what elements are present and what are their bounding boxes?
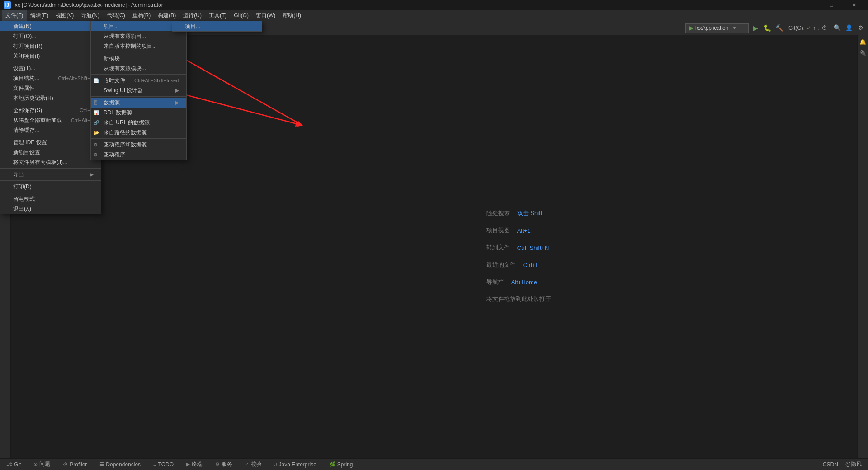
menu-git[interactable]: Git(G) [230, 10, 252, 21]
new-submenu-scratch[interactable]: 📄 临时文件 Ctrl+Alt+Shift+Insert [91, 75, 186, 85]
new-submenu-module-label: 新模块 [104, 55, 120, 62]
maximize-button[interactable]: □ [821, 0, 842, 10]
status-spring-label: Spring [337, 461, 353, 468]
hint-navbar-key: Alt+Home [511, 278, 537, 285]
file-menu-reload[interactable]: 从磁盘全部重新加载 Ctrl+Alt+Y [0, 115, 101, 125]
hint-goto-file-key: Ctrl+Shift+N [517, 244, 549, 251]
project-submenu-new[interactable]: 项目... [172, 21, 262, 31]
file-menu-save-all[interactable]: 全部保存(S) Ctrl+S [0, 105, 101, 115]
file-menu-clear-cache[interactable]: 清除缓存... [0, 125, 101, 135]
right-sidebar-icons: 🔔 🔌 [857, 35, 868, 458]
status-java-enterprise[interactable]: J Java Enterprise [272, 460, 319, 470]
menu-edit[interactable]: 编辑(E) [27, 10, 52, 21]
git-pull-btn[interactable]: ↓ [817, 25, 820, 31]
close-button[interactable]: ✕ [844, 0, 864, 10]
run-config-name: lxxApplication [695, 25, 728, 31]
status-csdn[interactable]: CSDN [820, 460, 841, 470]
file-menu-new-project-settings[interactable]: 新项目设置 ▶ [0, 147, 101, 157]
file-menu-manage-ide[interactable]: 管理 IDE 设置 ▶ [0, 137, 101, 147]
file-menu-open[interactable]: 打开(O)... [0, 31, 101, 41]
status-dependencies[interactable]: ☰ Dependencies [97, 460, 143, 470]
menu-file[interactable]: 文件(F) [2, 10, 27, 21]
menu-help[interactable]: 帮助(H) [279, 10, 305, 21]
menu-tools[interactable]: 工具(T) [205, 10, 230, 21]
file-menu-new[interactable]: 新建(N) ▶ [0, 21, 101, 31]
run-button[interactable]: ▶ [750, 23, 760, 33]
new-submenu-from-vcs[interactable]: 来自版本控制的项目... [91, 41, 186, 51]
new-submenu-module-from-existing[interactable]: 从现有来源模块... [91, 63, 186, 73]
status-spring[interactable]: 🌿 Spring [326, 460, 356, 470]
status-problems-label: 问题 [39, 461, 50, 468]
new-submenu-ddl[interactable]: 📊 DDL 数据源 [91, 108, 186, 118]
status-problems[interactable]: ⊙ 问题 [31, 460, 53, 470]
new-submenu-drivers-ds[interactable]: ⚙ 驱动程序和数据源 [91, 140, 186, 150]
new-submenu-from-vcs-label: 来自版本控制的项目... [104, 42, 157, 50]
todo-icon: ≡ [153, 462, 156, 467]
new-submenu-dropdown: 项目... 从现有来源项目... 来自版本控制的项目... 新模块 从现有来源模… [90, 21, 187, 160]
new-submenu-url-ds[interactable]: 🔗 来自 URL 的数据源 [91, 118, 186, 127]
file-menu-print[interactable]: 打印(D)... [0, 182, 101, 192]
new-submenu-path-ds-label: 来自路径的数据源 [104, 129, 147, 136]
file-menu-project-structure[interactable]: 项目结构... Ctrl+Alt+Shift+S [0, 73, 101, 83]
menu-run[interactable]: 运行(U) [179, 10, 205, 21]
new-submenu-sep3 [91, 96, 186, 97]
toolbar-settings[interactable]: ⚙ [855, 23, 866, 33]
menu-navigate[interactable]: 导航(N) [77, 10, 103, 21]
status-todo[interactable]: ≡ TODO [151, 460, 176, 470]
menu-refactor[interactable]: 重构(R) [129, 10, 155, 21]
file-menu-file-props[interactable]: 文件属性 ▶ [0, 83, 101, 93]
status-terminal-label: 终端 [192, 461, 203, 468]
file-menu-local-history[interactable]: 本地历史记录(H) ▶ [0, 93, 101, 103]
menu-code[interactable]: 代码(C) [103, 10, 129, 21]
file-menu-close[interactable]: 关闭项目(I) [0, 51, 101, 61]
url-ds-icon: 🔗 [94, 120, 99, 125]
new-submenu-swing-arrow: ▶ [175, 87, 179, 94]
datasource-icon: 🗄 [94, 100, 98, 105]
new-submenu-swing[interactable]: Swing UI 设计器 ▶ [91, 85, 186, 95]
file-menu-power-save[interactable]: 省电模式 [0, 194, 101, 204]
file-menu-exit[interactable]: 退出(X) [0, 204, 101, 214]
terminal-icon: ▶ [186, 461, 190, 467]
menu-build[interactable]: 构建(B) [154, 10, 179, 21]
hint-recent-key: Ctrl+E [523, 261, 539, 268]
new-submenu-datasource[interactable]: 🗄 数据源 ▶ [91, 98, 186, 108]
status-profiler[interactable]: ⏱ Profiler [60, 460, 90, 470]
file-menu-project-structure-shortcut: Ctrl+Alt+Shift+S [58, 75, 94, 81]
new-submenu-drivers[interactable]: ⚙ 驱动程序 [91, 150, 186, 160]
file-menu-export[interactable]: 导出 ▶ [0, 169, 101, 179]
status-git-label: Git [14, 461, 21, 468]
git-commit-btn[interactable]: ✓ [807, 25, 811, 31]
git-push-btn[interactable]: ↑ [813, 25, 816, 31]
debug-button[interactable]: 🐛 [762, 23, 772, 33]
right-icon-notifications[interactable]: 🔔 [858, 37, 868, 47]
new-submenu-module[interactable]: 新模块 [91, 53, 186, 63]
new-submenu-url-ds-label: 来自 URL 的数据源 [104, 119, 150, 127]
status-verify[interactable]: ✓ 校验 [242, 460, 264, 470]
hint-drag-label: 将文件拖放到此处以打开 [486, 295, 551, 303]
git-history-btn[interactable]: ⏱ [822, 25, 827, 31]
toolbar-search-everywhere[interactable]: 🔍 [832, 23, 843, 33]
file-menu-open-recent[interactable]: 打开项目(R) ▶ [0, 41, 101, 51]
file-menu-print-label: 打印(D)... [13, 183, 36, 191]
status-git[interactable]: ⎇ Git [4, 460, 24, 470]
status-services[interactable]: ⚙ 服务 [212, 460, 235, 470]
right-icon-plugins[interactable]: 🔌 [858, 48, 868, 58]
menu-view[interactable]: 视图(V) [52, 10, 77, 21]
status-user[interactable]: @隐风 [843, 460, 864, 470]
new-submenu-drivers-ds-label: 驱动程序和数据源 [104, 141, 147, 149]
toolbar-user[interactable]: 👤 [844, 23, 854, 33]
hint-search-label: 随处搜索 [486, 209, 510, 217]
drivers-ds-icon: ⚙ [94, 142, 98, 147]
minimize-button[interactable]: ─ [798, 0, 819, 10]
file-menu-save-as-template[interactable]: 将文件另存为模板(J)... [0, 157, 101, 167]
ddl-icon: 📊 [94, 110, 99, 115]
new-submenu-path-ds[interactable]: 📂 来自路径的数据源 [91, 127, 186, 137]
new-submenu-module-from-existing-label: 从现有来源模块... [104, 65, 146, 72]
build-button[interactable]: 🔨 [774, 23, 784, 33]
menu-window[interactable]: 窗口(W) [252, 10, 279, 21]
run-config-selector[interactable]: ▶ lxxApplication ▼ [685, 23, 749, 33]
status-terminal[interactable]: ▶ 终端 [184, 460, 205, 470]
file-menu-settings[interactable]: 设置(T)... [0, 63, 101, 73]
new-submenu-from-existing[interactable]: 从现有来源项目... [91, 31, 186, 41]
window-controls: ─ □ ✕ [798, 0, 864, 10]
